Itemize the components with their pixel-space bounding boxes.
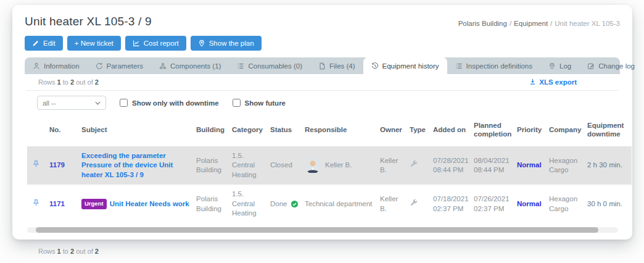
new-ticket-button[interactable]: + New ticket <box>67 36 121 51</box>
tab-consumables[interactable]: Consumables (0) <box>229 57 310 74</box>
list-icon <box>237 62 244 70</box>
wrench-icon <box>410 199 418 207</box>
status-text: Done <box>270 199 287 209</box>
cost-report-button-label: Cost report <box>144 40 179 47</box>
xls-export-link[interactable]: XLS export <box>529 78 577 86</box>
filter-select[interactable]: all -- <box>37 96 106 110</box>
table-row: 1171 UrgentUnit Heater Needs work Polari… <box>27 185 632 223</box>
edit-button[interactable]: Edit <box>25 36 63 51</box>
company-cell: Hexagon Cargo <box>549 185 587 223</box>
priority-cell: Normal <box>517 185 549 223</box>
pin-cell <box>27 146 49 185</box>
tab-parameters[interactable]: Parameters <box>88 57 151 74</box>
checkbox-label: Show only with downtime <box>132 99 219 107</box>
urgent-badge: Urgent <box>81 199 107 209</box>
planned-completion-cell: 07/26/2021 02:37 PM <box>474 185 517 223</box>
category-cell: 1.5. Central Heating <box>232 146 270 185</box>
check-circle-icon <box>291 200 299 208</box>
column-header: Status <box>270 114 305 146</box>
pin-column-header <box>27 114 49 146</box>
building-cell: Polaris Building <box>196 185 232 223</box>
tab-information[interactable]: Information <box>25 57 88 74</box>
tab-label: Information <box>44 62 80 70</box>
show-future-input[interactable] <box>233 99 241 107</box>
show-plan-button-label: Show the plan <box>209 40 254 47</box>
column-header: Owner <box>380 114 410 146</box>
status-cell: Done <box>270 185 305 223</box>
show-only-downtime-input[interactable] <box>120 99 128 107</box>
status-cell: Closed <box>270 146 305 185</box>
components-icon <box>159 62 167 70</box>
tab-bar: Information Parameters Components (1) Co… <box>25 57 620 74</box>
scrollbar-thumb[interactable] <box>36 227 598 233</box>
subject-cell: UrgentUnit Heater Needs work <box>81 185 196 223</box>
edit-button-label: Edit <box>43 40 56 47</box>
tab-change-log[interactable]: Change log <box>579 57 643 74</box>
column-header: Responsible <box>305 114 380 146</box>
added-on-cell: 07/18/2021 02:37 PM <box>433 185 474 223</box>
responsible-name: Keller B. <box>325 161 352 170</box>
breadcrumb-building[interactable]: Polaris Building <box>458 20 507 27</box>
table-row: 1179 Exceeding the parameter Pressure of… <box>27 146 632 185</box>
priority-cell: Normal <box>517 146 549 185</box>
equipment-detail-card: Unit heater XL 105-3 / 9 Polaris Buildin… <box>12 5 632 240</box>
building-cell: Polaris Building <box>196 146 232 185</box>
xls-export-label: XLS export <box>539 78 577 86</box>
filter-bar: all -- Show only with downtime Show futu… <box>26 91 619 114</box>
owner-cell: Keller B. <box>380 146 410 185</box>
toolbar: Edit + New ticket Cost report Show the p… <box>25 36 620 51</box>
tab-label: Consumables (0) <box>248 62 302 70</box>
wrench-icon <box>410 160 418 168</box>
show-plan-button[interactable]: Show the plan <box>191 36 262 51</box>
cost-report-button[interactable]: Cost report <box>125 36 186 51</box>
added-on-time: 08:44 PM <box>433 165 469 175</box>
added-on-time: 02:37 PM <box>433 204 469 214</box>
tab-label: Equipment history <box>382 62 439 70</box>
added-on-date: 07/28/2021 <box>433 156 469 166</box>
column-header: Equipment downtime <box>587 114 632 146</box>
history-icon <box>371 62 379 70</box>
breadcrumb-equipment[interactable]: Equipment <box>514 20 548 27</box>
tab-inspection-definitions[interactable]: Inspection definitions <box>447 57 540 74</box>
tab-label: Log <box>559 62 571 70</box>
column-header: Category <box>232 114 270 146</box>
ticket-subject-link[interactable]: Exceeding the parameter Pressure of the … <box>81 152 173 178</box>
tab-label: Parameters <box>107 62 143 70</box>
page-title: Unit heater XL 105-3 / 9 <box>25 15 152 28</box>
downtime-cell: 30 h 0 min. <box>587 185 632 223</box>
show-future-checkbox[interactable]: Show future <box>233 99 286 107</box>
rows-info-top: Rows 1 to 2 out of 2 <box>38 78 99 86</box>
tab-log[interactable]: Log <box>540 57 579 74</box>
list-icon <box>455 62 463 70</box>
tab-equipment-history[interactable]: Equipment history <box>363 57 447 74</box>
tab-label: Components (1) <box>170 62 221 70</box>
breadcrumb-current: Unit heater XL 105-3 <box>555 20 620 27</box>
priority-link[interactable]: Normal <box>517 200 542 207</box>
column-header: Priority <box>517 114 549 146</box>
pushpin-icon[interactable] <box>32 160 40 168</box>
chart-icon <box>133 40 140 47</box>
tab-components[interactable]: Components (1) <box>151 57 229 74</box>
ticket-subject-link[interactable]: Unit Heater Needs work <box>110 200 189 207</box>
map-pin-icon <box>548 62 556 70</box>
pencil-icon <box>32 40 39 47</box>
planned-time: 02:37 PM <box>474 204 512 214</box>
avatar <box>305 157 321 173</box>
table-header-row: No. Subject Building Category Status Res… <box>27 114 632 146</box>
ticket-number-link[interactable]: 1179 <box>49 161 65 169</box>
map-pin-icon <box>198 40 205 47</box>
column-header: No. <box>49 114 81 146</box>
type-cell <box>410 185 433 223</box>
pushpin-icon[interactable] <box>32 199 40 207</box>
ticket-number-link[interactable]: 1171 <box>49 200 65 207</box>
column-header: Type <box>410 114 433 146</box>
ticket-number-cell: 1179 <box>49 146 81 185</box>
responsible-cell: Technical department <box>305 185 380 223</box>
pin-cell <box>27 185 49 223</box>
priority-link[interactable]: Normal <box>517 161 542 169</box>
added-on-cell: 07/28/2021 08:44 PM <box>433 146 474 185</box>
tab-files[interactable]: Files (4) <box>310 57 363 74</box>
chevron-down-icon <box>95 101 101 105</box>
sync-icon <box>96 62 103 70</box>
show-only-downtime-checkbox[interactable]: Show only with downtime <box>120 99 219 107</box>
